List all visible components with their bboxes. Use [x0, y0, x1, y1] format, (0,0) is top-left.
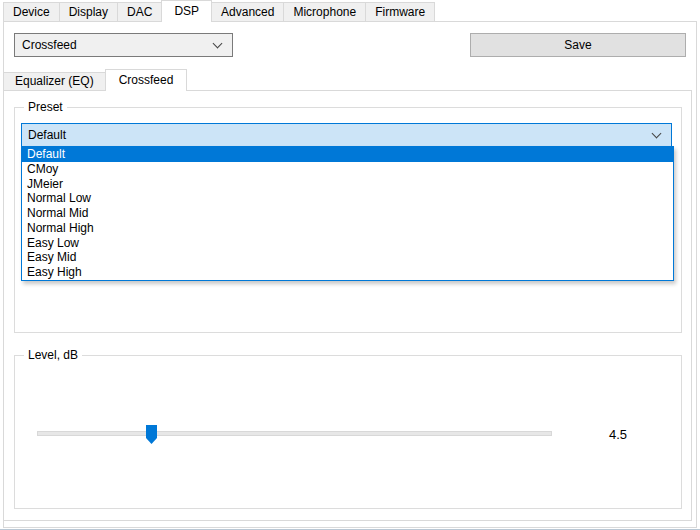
preset-combobox[interactable]: Default — [21, 123, 672, 147]
subtab-equalizer[interactable]: Equalizer (EQ) — [3, 72, 106, 90]
dropdown-item-default[interactable]: Default — [22, 147, 673, 162]
tab-firmware[interactable]: Firmware — [365, 2, 435, 21]
level-group-title: Level, dB — [24, 348, 82, 362]
subtab-crossfeed[interactable]: Crossfeed — [105, 69, 188, 91]
dropdown-item-normal-mid[interactable]: Normal Mid — [22, 206, 673, 221]
chevron-down-icon — [652, 128, 662, 138]
tab-dac[interactable]: DAC — [117, 2, 162, 21]
tab-dsp[interactable]: DSP — [161, 0, 212, 22]
dsp-sub-tab-bar: Equalizer (EQ) Crossfeed — [3, 69, 187, 91]
preset-group-title: Preset — [24, 100, 67, 114]
preset-combobox-value: Default — [22, 128, 653, 142]
dropdown-item-jmeier[interactable]: JMeier — [22, 177, 673, 192]
preset-dropdown-list: Default CMoy JMeier Normal Low Normal Mi… — [21, 146, 674, 281]
dsp-module-dropdown-value: Crossfeed — [15, 38, 214, 52]
tab-microphone[interactable]: Microphone — [283, 2, 366, 21]
dsp-module-dropdown[interactable]: Crossfeed — [14, 33, 233, 57]
app-window: Device Display DAC DSP Advanced Micropho… — [0, 0, 700, 530]
dropdown-item-easy-mid[interactable]: Easy Mid — [22, 250, 673, 265]
dropdown-item-easy-high[interactable]: Easy High — [22, 265, 673, 280]
dropdown-item-normal-high[interactable]: Normal High — [22, 221, 673, 236]
dropdown-item-cmoy[interactable]: CMoy — [22, 162, 673, 177]
level-slider-track[interactable] — [37, 431, 552, 436]
save-button[interactable]: Save — [470, 33, 686, 57]
tab-display[interactable]: Display — [59, 2, 118, 21]
tab-device[interactable]: Device — [3, 2, 60, 21]
tab-advanced[interactable]: Advanced — [211, 2, 284, 21]
dropdown-item-easy-low[interactable]: Easy Low — [22, 236, 673, 251]
main-tab-bar: Device Display DAC DSP Advanced Micropho… — [3, 0, 435, 22]
dropdown-item-normal-low[interactable]: Normal Low — [22, 191, 673, 206]
chevron-down-icon — [213, 38, 223, 48]
level-slider-value: 4.5 — [600, 427, 636, 442]
